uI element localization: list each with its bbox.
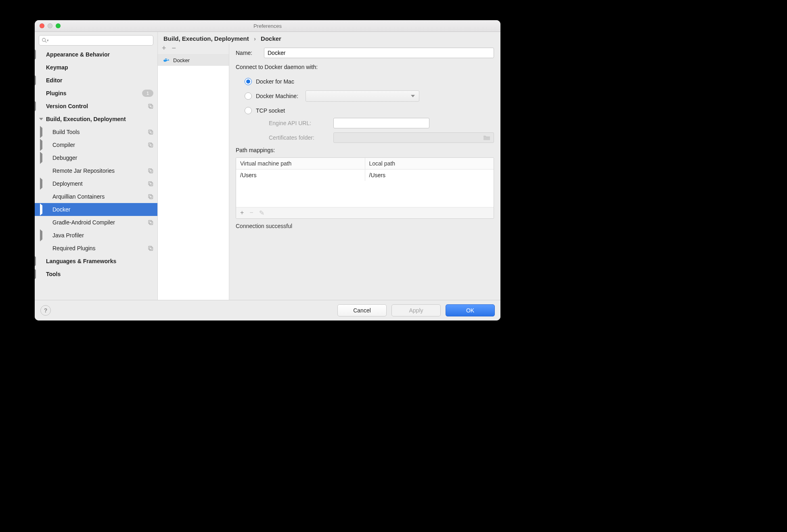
svg-rect-10 [149,182,152,185]
servers-toolbar: + − [158,44,229,54]
add-mapping-button[interactable]: + [240,209,244,217]
certs-folder-label: Certificates folder: [269,134,333,141]
server-list-item-label: Docker [173,57,190,63]
tree-editor[interactable]: Editor [35,74,157,87]
search-icon [42,38,47,43]
cell-vm-path: /Users [236,170,365,181]
tree-java-profiler[interactable]: Java Profiler [35,229,157,242]
svg-point-0 [42,38,46,42]
path-mappings-table: Virtual machine path Local path /Users /… [236,157,494,219]
server-list-item-docker[interactable]: Docker [158,54,229,66]
svg-rect-6 [149,143,152,146]
table-row[interactable]: /Users /Users [236,170,494,181]
tree-keymap[interactable]: Keymap [35,61,157,74]
settings-tree: Appearance & Behavior Keymap Editor Plug… [35,48,157,300]
svg-rect-3 [150,105,153,109]
project-scope-icon [148,142,153,148]
project-scope-icon [148,103,153,109]
edit-mapping-button[interactable]: ✎ [259,209,264,217]
tree-docker[interactable]: Docker [35,203,157,216]
radio-icon [245,78,252,85]
help-button[interactable]: ? [40,305,51,316]
folder-icon [483,135,490,140]
breadcrumb-part-2: Docker [261,35,281,42]
docker-servers-panel: + − [158,44,229,300]
window-title: Preferences [35,23,500,29]
radio-tcp-socket[interactable]: TCP socket [245,103,494,118]
engine-api-url-input [333,118,429,128]
svg-line-1 [45,41,46,42]
breadcrumb: Build, Execution, Deployment › Docker [158,32,500,44]
remove-mapping-button[interactable]: − [249,209,253,217]
plugins-update-badge: 1 [142,90,153,97]
connection-status: Connection successful [236,223,494,229]
docker-machine-combo[interactable] [306,90,419,102]
svg-rect-16 [149,246,152,249]
dialog-footer: ? Cancel Apply OK [35,300,500,320]
engine-api-url-label: Engine API URL: [269,120,333,126]
remove-server-button[interactable]: − [172,44,176,52]
docker-settings-form: Name: Connect to Docker daemon with: Doc… [229,44,500,300]
col-header-vm[interactable]: Virtual machine path [236,158,365,169]
svg-rect-11 [150,183,153,186]
svg-rect-2 [149,104,152,107]
svg-rect-14 [149,220,152,224]
tree-remote-jar[interactable]: Remote Jar Repositories [35,164,157,177]
radio-docker-for-mac[interactable]: Docker for Mac [245,74,494,89]
svg-rect-15 [150,222,153,225]
svg-rect-7 [150,144,153,147]
tree-appearance-behavior[interactable]: Appearance & Behavior [35,48,157,61]
tree-gradle-android[interactable]: Gradle-Android Compiler [35,216,157,229]
tree-tools[interactable]: Tools [35,268,157,281]
apply-button: Apply [391,304,441,316]
radio-icon [245,92,252,100]
tree-plugins[interactable]: Plugins 1 [35,87,157,100]
svg-rect-21 [165,59,166,59]
titlebar: Preferences [35,20,500,32]
add-server-button[interactable]: + [162,44,166,52]
cancel-button[interactable]: Cancel [337,304,387,316]
tree-build-tools[interactable]: Build Tools [35,126,157,138]
tree-debugger[interactable]: Debugger [35,151,157,164]
name-label: Name: [236,50,264,56]
tree-compiler[interactable]: Compiler [35,138,157,151]
ok-button[interactable]: OK [446,304,495,316]
svg-rect-9 [150,170,153,173]
svg-rect-4 [149,130,152,133]
certs-folder-input [333,132,494,143]
connect-label: Connect to Docker daemon with: [236,64,494,70]
radio-icon [245,107,252,114]
window-minimize-button [48,23,52,28]
radio-docker-machine[interactable]: Docker Machine: [245,89,494,103]
tree-build-execution-deployment[interactable]: Build, Execution, Deployment [35,113,157,126]
tree-version-control[interactable]: Version Control [35,100,157,113]
project-scope-icon [148,168,153,174]
project-scope-icon [148,129,153,135]
tree-languages-frameworks[interactable]: Languages & Frameworks [35,255,157,268]
docker-icon [163,57,170,63]
cell-local-path: /Users [365,170,494,181]
settings-search-input[interactable] [50,37,151,44]
col-header-local[interactable]: Local path [365,158,494,169]
name-input[interactable] [264,48,494,58]
tree-arquillian[interactable]: Arquillian Containers [35,190,157,203]
preferences-window: Preferences ▾ [35,20,500,320]
window-close-button[interactable] [40,23,44,28]
path-mappings-toolbar: + − ✎ [236,207,494,218]
tree-required-plugins[interactable]: Required Plugins [35,242,157,255]
window-zoom-button[interactable] [56,23,61,28]
chevron-down-icon: ▾ [47,38,49,42]
breadcrumb-part-1[interactable]: Build, Execution, Deployment [163,35,249,42]
svg-rect-22 [166,59,167,59]
project-scope-icon [148,245,153,251]
svg-rect-17 [150,247,153,251]
project-scope-icon [148,194,153,199]
svg-rect-8 [149,169,152,172]
tree-deployment[interactable]: Deployment [35,177,157,190]
settings-search[interactable]: ▾ [39,35,153,46]
svg-rect-13 [150,196,153,199]
settings-sidebar: ▾ Appearance & Behavior Keymap [35,32,158,300]
svg-rect-5 [150,131,153,134]
breadcrumb-sep-icon: › [251,35,259,42]
project-scope-icon [148,220,153,225]
